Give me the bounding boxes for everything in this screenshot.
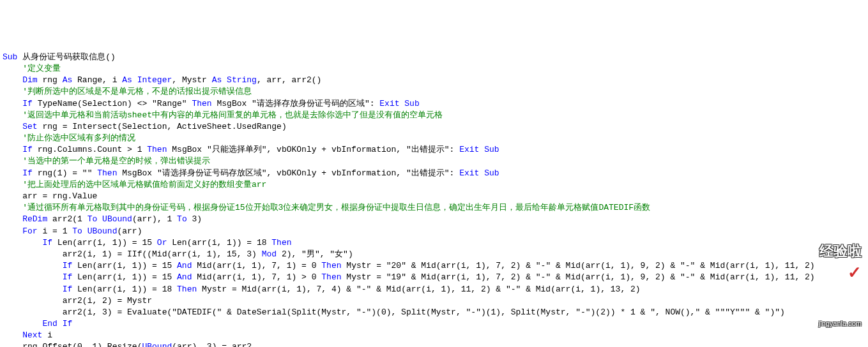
code-line: Dim rng As Range, i As Integer, Mystr As… (3, 75, 865, 86)
code-line: rng.Offset(0, 1).Resize(UBound(arr), 3) … (3, 341, 865, 347)
code-line: '防止你选中区域有多列的情况 (3, 133, 865, 144)
watermark-text: 经验啦 (819, 243, 862, 259)
watermark-check-icon: ✓ (848, 263, 862, 282)
watermark: 经验啦 ✓ jingyanla.com (811, 207, 862, 341)
code-line: '返回选中单元格和当前活动sheet中有内容的单元格间重复的单元格，也就是去除你… (3, 110, 865, 121)
code-line: If Len(arr(i, 1)) = 15 And Mid(arr(i, 1)… (3, 272, 865, 283)
code-line: arr2(i, 1) = IIf((Mid(arr(i, 1), 15, 3) … (3, 249, 865, 260)
code-line: If TypeName(Selection) <> "Range" Then M… (3, 98, 865, 110)
code-line: For i = 1 To UBound(arr) (3, 226, 865, 237)
code-line: '当选中的第一个单元格是空的时候，弹出错误提示 (3, 156, 865, 167)
code-line: '定义变量 (3, 63, 865, 75)
code-line: If Len(arr(i, 1)) = 15 And Mid(arr(i, 1)… (3, 260, 865, 272)
code-line: arr2(i, 2) = Mystr (3, 295, 865, 307)
code-block: Sub 从身份证号码获取信息() '定义变量 Dim rng As Range,… (3, 52, 865, 347)
code-line: '判断所选中的区域是不是单元格，不是的话报出提示错误信息 (3, 86, 865, 98)
code-line: Next i (3, 330, 865, 341)
code-line: '通过循环所有单元格取到其中的身份证号码，根据身份证15位开始取3位来确定男女，… (3, 202, 865, 214)
code-line: If rng(1) = "" Then MsgBox "请选择身份证号码存放区域… (3, 168, 865, 179)
code-line: Set rng = Intersect(Selection, ActiveShe… (3, 121, 865, 133)
code-line: '把上面处理后的选中区域单元格赋值给前面定义好的数组变量arr (3, 179, 865, 191)
code-line: arr = rng.Value (3, 191, 865, 202)
code-line: ReDim arr2(1 To UBound(arr), 1 To 3) (3, 214, 865, 225)
code-line: If Len(arr(i, 1)) = 18 Then Mystr = Mid(… (3, 284, 865, 295)
code-line: arr2(i, 3) = Evaluate("DATEDIF(" & DateS… (3, 307, 865, 318)
code-line: If rng.Columns.Count > 1 Then MsgBox "只能… (3, 144, 865, 156)
code-line: Sub 从身份证号码获取信息() (3, 52, 865, 63)
watermark-url: jingyanla.com (811, 319, 862, 329)
code-line: If Len(arr(i, 1)) = 15 Or Len(arr(i, 1))… (3, 237, 865, 249)
code-line: End If (3, 318, 865, 330)
